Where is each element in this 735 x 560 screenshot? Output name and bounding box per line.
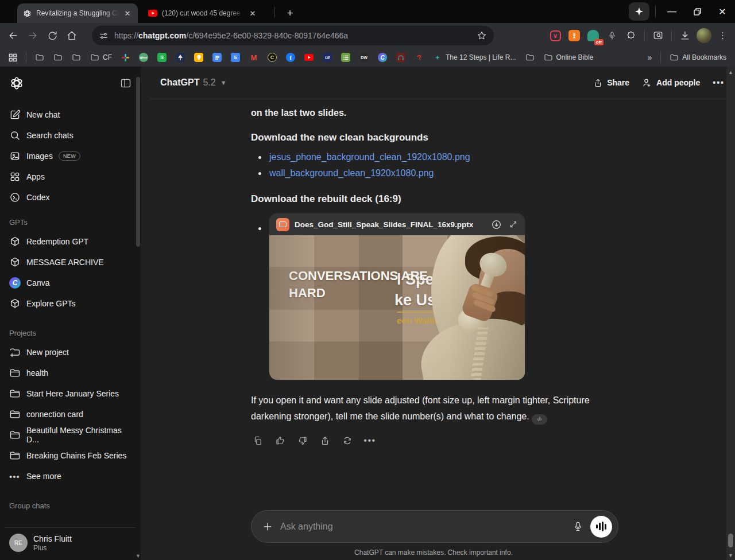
- share-response-button[interactable]: [318, 434, 332, 448]
- attach-plus-icon[interactable]: [262, 521, 273, 532]
- message-input[interactable]: [280, 522, 566, 532]
- copy-button[interactable]: [251, 434, 265, 448]
- bookmark-list-green[interactable]: [338, 51, 353, 64]
- expand-icon[interactable]: [509, 220, 518, 229]
- bookmark-canva[interactable]: C: [375, 51, 390, 64]
- site-settings-icon[interactable]: [99, 31, 109, 41]
- bookmark-folder-online-bible[interactable]: Online Bible: [541, 51, 597, 64]
- reload-button[interactable]: [42, 26, 62, 45]
- bookmark-docs[interactable]: [210, 51, 225, 64]
- sidebar-item-project-start-here[interactable]: Start Here January Series: [5, 383, 136, 404]
- address-bar[interactable]: https://chatgpt.com/c/694e95e2-6e00-8329…: [92, 26, 494, 45]
- bookmark-folder[interactable]: [523, 51, 537, 64]
- blocker-extension[interactable]: off: [586, 28, 601, 43]
- code-badge[interactable]: ‹/›: [532, 414, 547, 425]
- sidebar-item-explore-gpts[interactable]: Explore GPTs: [5, 293, 136, 314]
- regenerate-button[interactable]: [341, 434, 354, 448]
- dictate-mic-icon[interactable]: [572, 521, 583, 532]
- more-actions-button[interactable]: •••: [363, 434, 377, 448]
- bookmark-folder[interactable]: [32, 51, 47, 64]
- bookmark-calendar[interactable]: 5: [228, 51, 243, 64]
- minimize-button[interactable]: —: [659, 0, 684, 23]
- sidebar-item-images[interactable]: Images NEW: [5, 146, 136, 166]
- close-window-button[interactable]: ✕: [710, 0, 735, 23]
- share-button[interactable]: Share: [593, 78, 629, 88]
- browser-profile-avatar[interactable]: [697, 28, 711, 43]
- sidebar-item-new-chat[interactable]: New chat: [5, 104, 136, 125]
- bookmark-folder[interactable]: [69, 51, 84, 64]
- tab-chatgpt[interactable]: Revitalizing a Struggling Church ✕: [17, 3, 138, 23]
- all-bookmarks-button[interactable]: All Bookmarks: [667, 51, 729, 64]
- bookmark-keep[interactable]: [191, 51, 206, 64]
- pptx-file-card[interactable]: Does_God_Still_Speak_Slides_FINAL_16x9.p…: [269, 213, 525, 380]
- pocket-extension[interactable]: ∨: [548, 28, 563, 43]
- home-button[interactable]: [62, 26, 82, 45]
- page-scrollbar[interactable]: ▲ ▼: [726, 67, 735, 560]
- new-tab-button[interactable]: +: [283, 6, 297, 21]
- back-button[interactable]: [3, 26, 23, 45]
- sidebar-scrollbar[interactable]: ▼: [136, 67, 141, 560]
- download-link-jesus-phone[interactable]: jesus_phone_background_clean_1920x1080.p…: [269, 152, 470, 162]
- downloads-button[interactable]: [678, 28, 693, 43]
- sidebar-item-codex[interactable]: Codex: [5, 187, 136, 208]
- bookmarks-overflow-button[interactable]: »: [645, 51, 655, 64]
- model-picker[interactable]: ChatGPT 5.2 ▼: [160, 77, 227, 88]
- extensions-menu[interactable]: [624, 28, 639, 43]
- bookmark-subsplash[interactable]: S: [154, 51, 169, 64]
- composer-pill[interactable]: [251, 510, 618, 543]
- mic-extension[interactable]: [605, 28, 620, 43]
- add-people-button[interactable]: Add people: [642, 77, 700, 88]
- download-link-wall[interactable]: wall_background_clean_1920x1080.png: [269, 168, 434, 178]
- chatgpt-logo[interactable]: [9, 76, 24, 91]
- sidebar-scroll-down-arrow[interactable]: ▼: [136, 553, 141, 559]
- bookmark-youtube[interactable]: [301, 52, 316, 63]
- restore-button[interactable]: [684, 0, 710, 23]
- bookmark-paw[interactable]: ?: [412, 51, 427, 64]
- sidebar-item-project-health[interactable]: health: [5, 363, 136, 383]
- scroll-down-arrow[interactable]: ▼: [728, 553, 733, 558]
- sidebar-item-new-project[interactable]: New project: [5, 342, 136, 363]
- sidebar-item-project-breaking-chains[interactable]: Breaking Chains Feb Series: [5, 445, 136, 466]
- orange-extension[interactable]: [567, 28, 582, 43]
- tab-close-icon[interactable]: ✕: [123, 9, 132, 18]
- tab-close-icon[interactable]: ✕: [248, 9, 257, 18]
- bookmark-12-steps[interactable]: ✦ The 12 Steps | Life R...: [430, 51, 519, 64]
- reading-mode-button[interactable]: [651, 28, 666, 43]
- conversation-menu-button[interactable]: •••: [713, 78, 725, 87]
- scrollbar-thumb[interactable]: [728, 534, 733, 547]
- side-panel-button[interactable]: [6, 52, 20, 64]
- bookmark-media[interactable]: [393, 51, 408, 64]
- profile-button[interactable]: RE Chris Fluitt Plus: [5, 527, 136, 554]
- sidebar-item-canva[interactable]: C Canva: [5, 273, 136, 293]
- bookmark-gloo[interactable]: gloo: [136, 51, 151, 64]
- browser-menu-button[interactable]: ⋮: [715, 28, 730, 43]
- bookmark-slack[interactable]: [118, 52, 133, 64]
- forward-button[interactable]: [23, 26, 42, 45]
- bookmark-c-dark[interactable]: C: [265, 51, 280, 64]
- thumbs-down-button[interactable]: [296, 434, 310, 448]
- bookmark-gmail[interactable]: M: [246, 51, 261, 64]
- scroll-up-arrow[interactable]: ▲: [728, 69, 733, 75]
- thumbs-up-button[interactable]: [273, 434, 287, 448]
- tab-youtube[interactable]: (120) cut wood 45 degree angle ✕: [142, 3, 263, 23]
- bookmark-ui[interactable]: UI: [320, 51, 335, 64]
- sidebar-toggle-icon[interactable]: [120, 77, 131, 89]
- bookmark-facebook[interactable]: f: [283, 51, 298, 64]
- sidebar-item-project-connection-card[interactable]: connection card: [5, 404, 136, 425]
- sidebar-item-redemption-gpt[interactable]: Redemption GPT: [5, 231, 136, 252]
- bookmark-folder-cf[interactable]: CF: [87, 51, 115, 64]
- bookmark-dw[interactable]: DW: [357, 51, 372, 64]
- voice-mode-button[interactable]: [590, 516, 612, 538]
- slide-preview[interactable]: l Speak ke Us? een Waiting For: [269, 235, 525, 380]
- sidebar-item-search-chats[interactable]: Search chats: [5, 125, 136, 146]
- bookmark-folder[interactable]: [51, 51, 65, 64]
- sidebar-item-apps[interactable]: Apps: [5, 166, 136, 187]
- sidebar-item-message-archive[interactable]: MESSAGE ARCHIVE: [5, 252, 136, 273]
- sidebar-item-see-more[interactable]: ••• See more: [5, 466, 136, 487]
- download-circle-icon[interactable]: [491, 219, 502, 230]
- sidebar-item-project-christmas[interactable]: Beautiful Messy Christmas D...: [5, 425, 136, 445]
- sidebar-scrollbar-thumb[interactable]: [136, 77, 140, 247]
- bookmark-church[interactable]: [173, 51, 188, 64]
- bookmark-star-icon[interactable]: [477, 30, 487, 41]
- browser-ai-button[interactable]: [629, 2, 649, 21]
